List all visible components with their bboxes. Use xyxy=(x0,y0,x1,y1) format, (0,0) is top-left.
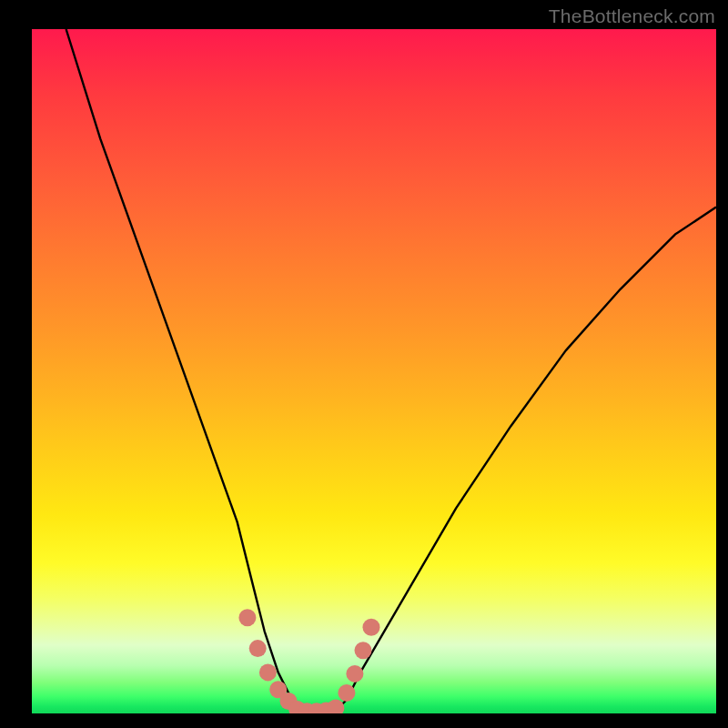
highlight-dot xyxy=(238,609,256,626)
curve-line xyxy=(66,29,716,713)
highlight-dot xyxy=(327,700,344,714)
chart-root: TheBottleneck.com xyxy=(0,0,728,728)
attribution-label: TheBottleneck.com xyxy=(549,5,715,27)
plot-area xyxy=(32,29,716,713)
highlight-dot xyxy=(355,642,372,659)
highlight-dot xyxy=(346,665,363,682)
highlight-dot xyxy=(249,640,267,657)
highlight-dot xyxy=(338,684,355,702)
bottleneck-curve xyxy=(32,29,716,713)
highlight-dot xyxy=(363,619,380,636)
highlight-dot xyxy=(259,663,277,681)
